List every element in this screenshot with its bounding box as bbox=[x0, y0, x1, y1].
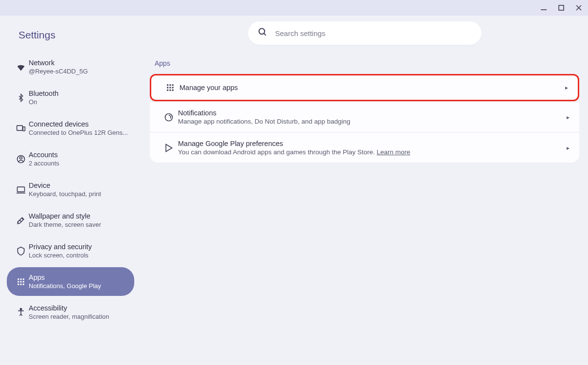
nav-title: Connected devices bbox=[29, 120, 128, 128]
google-play-icon bbox=[160, 143, 178, 153]
nav-title: Network bbox=[29, 59, 88, 67]
svg-line-21 bbox=[264, 34, 266, 36]
svg-rect-12 bbox=[23, 278, 24, 280]
chevron-right-icon: ▸ bbox=[565, 84, 568, 91]
row-title: Manage Google Play preferences bbox=[178, 140, 567, 147]
sidebar-item-connected-devices[interactable]: Connected devices Connected to OnePlus 1… bbox=[7, 114, 134, 143]
svg-point-19 bbox=[20, 308, 21, 310]
chevron-right-icon: ▸ bbox=[567, 114, 570, 121]
svg-rect-16 bbox=[18, 283, 19, 285]
svg-point-20 bbox=[259, 29, 265, 35]
row-title: Manage your apps bbox=[179, 84, 565, 91]
nav-title: Privacy and security bbox=[29, 243, 92, 251]
window-titlebar bbox=[0, 0, 588, 16]
row-title: Notifications bbox=[178, 109, 567, 117]
svg-rect-18 bbox=[23, 283, 24, 285]
main-panel: Apps Manage your apps ▸ Notifications Ma… bbox=[141, 16, 588, 365]
search-input[interactable] bbox=[275, 29, 472, 37]
svg-rect-4 bbox=[17, 126, 23, 130]
apps-grid-icon bbox=[161, 83, 179, 92]
svg-rect-15 bbox=[23, 281, 24, 282]
svg-rect-23 bbox=[170, 84, 171, 86]
section-title: Apps bbox=[150, 55, 579, 74]
nav-subtitle: 2 accounts bbox=[29, 160, 59, 167]
maximize-button[interactable] bbox=[557, 3, 566, 12]
sidebar-item-device[interactable]: Device Keyboard, touchpad, print bbox=[7, 175, 134, 204]
dnd-icon bbox=[160, 112, 178, 122]
row-subtitle: Manage app notifications, Do Not Disturb… bbox=[178, 118, 567, 125]
svg-rect-1 bbox=[559, 5, 564, 10]
sidebar-item-bluetooth[interactable]: Bluetooth On bbox=[7, 83, 134, 112]
sidebar-item-accounts[interactable]: Accounts 2 accounts bbox=[7, 145, 134, 173]
nav-subtitle: Keyboard, touchpad, print bbox=[29, 190, 101, 198]
nav-subtitle: Connected to OnePlus 12R Gens... bbox=[29, 129, 128, 136]
learn-more-link[interactable]: Learn more bbox=[377, 148, 410, 156]
svg-rect-30 bbox=[172, 90, 174, 91]
sidebar: Settings Network @Reyee-sC4DD_5G Bluetoo… bbox=[0, 16, 141, 365]
svg-rect-14 bbox=[20, 281, 22, 282]
svg-rect-24 bbox=[172, 84, 174, 86]
nav-title: Device bbox=[29, 182, 101, 189]
nav-title: Accessibility bbox=[29, 304, 109, 312]
row-notifications[interactable]: Notifications Manage app notifications, … bbox=[150, 102, 579, 132]
sidebar-item-privacy[interactable]: Privacy and security Lock screen, contro… bbox=[7, 237, 134, 265]
svg-rect-29 bbox=[170, 90, 171, 91]
nav-title: Accounts bbox=[29, 151, 59, 159]
devices-icon bbox=[13, 124, 29, 133]
svg-rect-25 bbox=[167, 87, 168, 89]
search-icon bbox=[258, 27, 267, 39]
row-subtitle: You can download Android apps and games … bbox=[178, 148, 567, 156]
row-manage-your-apps[interactable]: Manage your apps ▸ bbox=[150, 74, 579, 101]
svg-point-31 bbox=[165, 113, 173, 121]
sidebar-item-wallpaper[interactable]: Wallpaper and style Dark theme, screen s… bbox=[7, 206, 134, 235]
nav-subtitle: Notifications, Google Play bbox=[29, 282, 101, 290]
minimize-button[interactable] bbox=[539, 3, 548, 12]
apps-section: Apps Manage your apps ▸ Notifications Ma… bbox=[150, 55, 579, 164]
account-icon bbox=[13, 154, 29, 164]
svg-point-7 bbox=[20, 157, 22, 159]
search-bar[interactable] bbox=[248, 21, 481, 45]
nav-title: Wallpaper and style bbox=[29, 212, 101, 220]
chevron-right-icon: ▸ bbox=[567, 145, 570, 151]
row-subtitle-text: You can download Android apps and games … bbox=[178, 148, 377, 156]
svg-rect-22 bbox=[167, 84, 168, 86]
laptop-icon bbox=[13, 185, 29, 195]
palette-icon bbox=[13, 216, 29, 225]
svg-rect-13 bbox=[18, 281, 19, 282]
accessibility-icon bbox=[13, 308, 29, 317]
wifi-icon bbox=[13, 62, 29, 72]
svg-rect-26 bbox=[170, 87, 171, 89]
nav-title: Apps bbox=[29, 274, 101, 281]
row-google-play[interactable]: Manage Google Play preferences You can d… bbox=[150, 133, 579, 163]
app-title: Settings bbox=[7, 25, 134, 53]
nav-subtitle: Dark theme, screen saver bbox=[29, 221, 101, 228]
nav-subtitle: Lock screen, controls bbox=[29, 252, 92, 259]
apps-grid-icon bbox=[13, 277, 29, 286]
sidebar-item-apps[interactable]: Apps Notifications, Google Play bbox=[7, 267, 134, 296]
bluetooth-icon bbox=[13, 93, 29, 102]
svg-rect-28 bbox=[167, 90, 168, 91]
svg-rect-27 bbox=[172, 87, 174, 89]
nav-subtitle: Screen reader, magnification bbox=[29, 313, 109, 320]
nav-title: Bluetooth bbox=[29, 90, 58, 97]
shield-icon bbox=[13, 246, 29, 256]
svg-rect-5 bbox=[23, 127, 25, 130]
svg-rect-17 bbox=[20, 283, 22, 285]
svg-rect-10 bbox=[18, 278, 19, 280]
nav-subtitle: @Reyee-sC4DD_5G bbox=[29, 68, 88, 75]
svg-rect-11 bbox=[20, 278, 22, 280]
sidebar-item-accessibility[interactable]: Accessibility Screen reader, magnificati… bbox=[7, 298, 134, 327]
svg-rect-8 bbox=[18, 187, 25, 192]
sidebar-item-network[interactable]: Network @Reyee-sC4DD_5G bbox=[7, 53, 134, 81]
close-button[interactable] bbox=[574, 3, 583, 12]
nav-subtitle: On bbox=[29, 98, 58, 106]
